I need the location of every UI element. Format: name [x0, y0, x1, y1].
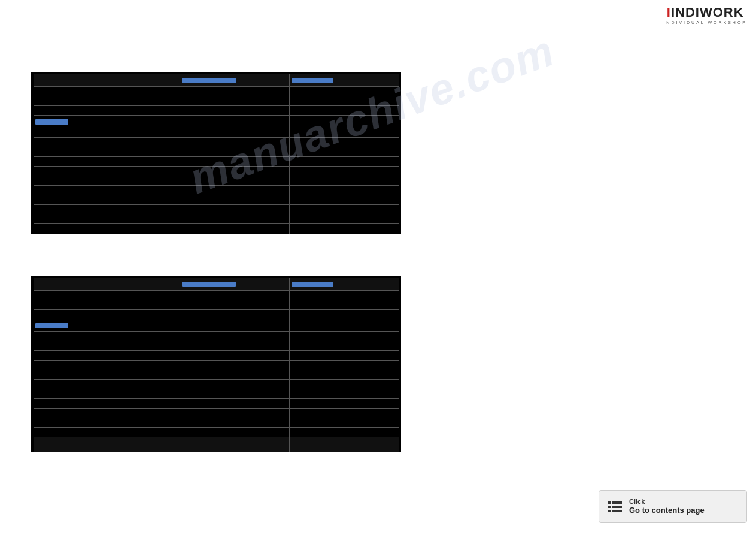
table-cell: [34, 341, 180, 351]
go-to-contents-label: Go to contents page: [629, 506, 705, 516]
table-grid-1: [34, 74, 399, 234]
table-cell: [180, 409, 289, 418]
logo-i: I: [667, 5, 671, 20]
table-cell: [289, 300, 399, 310]
table-cell: [34, 428, 180, 437]
table-panel-1: [31, 72, 401, 234]
table-row: [34, 74, 399, 87]
table-cell: [180, 176, 289, 186]
svg-rect-5: [612, 510, 622, 512]
table-cell: [180, 380, 289, 389]
table-cell: [289, 437, 399, 452]
table-cell: [289, 195, 399, 205]
table-cell: [180, 291, 289, 300]
table-row: [34, 380, 399, 389]
table-cell: [289, 205, 399, 214]
contents-button[interactable]: Click Go to contents page: [599, 490, 747, 523]
table-row: [34, 106, 399, 116]
table-cell: [289, 147, 399, 157]
table-cell: [289, 341, 399, 351]
table-cell: [289, 138, 399, 147]
table-cell: [180, 128, 289, 138]
table-cell: [289, 291, 399, 300]
table-cell: [180, 370, 289, 380]
table-cell: [180, 138, 289, 147]
table-row: [34, 389, 399, 399]
table-row: [34, 195, 399, 205]
table-cell: [289, 167, 399, 176]
table-cell: [180, 214, 289, 224]
table-cell: [289, 224, 399, 234]
table-cell: [34, 278, 180, 291]
blue-bar: [292, 282, 333, 287]
logo-subtitle: INDIVIDUAL WORKSHOP: [663, 20, 747, 25]
table-cell: [34, 310, 180, 319]
table-cell: [180, 332, 289, 341]
table-cell: [289, 74, 399, 87]
table-row: [34, 300, 399, 310]
table-row: [34, 291, 399, 300]
table-cell: [34, 195, 180, 205]
table-cell: [34, 128, 180, 138]
table-cell: [180, 116, 289, 128]
logo: IINDIWORK INDIVIDUAL WORKSHOP: [663, 6, 747, 25]
table-row: [34, 138, 399, 147]
table-cell: [34, 186, 180, 195]
table-cell: [289, 310, 399, 319]
table-cell: [34, 300, 180, 310]
table-cell: [289, 428, 399, 437]
table-cell: [34, 205, 180, 214]
table-cell: [34, 96, 180, 106]
table-panel-2: [31, 276, 401, 452]
table-cell: [180, 300, 289, 310]
table-cell: [34, 332, 180, 341]
table-cell: [180, 310, 289, 319]
svg-rect-0: [608, 501, 611, 504]
table-row: [34, 319, 399, 332]
table-cell: [289, 128, 399, 138]
table-cell: [34, 409, 180, 418]
table-row: [34, 176, 399, 186]
table-cell: [180, 74, 289, 87]
blue-bar: [292, 78, 333, 83]
svg-rect-3: [612, 506, 622, 508]
table-cell: [34, 157, 180, 167]
table-cell: [180, 351, 289, 361]
table-cell: [34, 147, 180, 157]
table-cell: [289, 399, 399, 409]
table-row: [34, 341, 399, 351]
table-row: [34, 214, 399, 224]
list-icon: [606, 498, 623, 515]
table-cell: [289, 116, 399, 128]
table-cell: [34, 351, 180, 361]
table-cell: [289, 319, 399, 332]
table-row: [34, 157, 399, 167]
table-row: [34, 361, 399, 370]
table-cell: [180, 186, 289, 195]
table-row: [34, 399, 399, 409]
table-cell: [289, 87, 399, 96]
table-row: [34, 96, 399, 106]
contents-button-text: Click Go to contents page: [629, 497, 705, 516]
table-row: [34, 370, 399, 380]
table-cell: [289, 106, 399, 116]
blue-bar: [182, 282, 236, 287]
table-row: [34, 147, 399, 157]
table-cell: [289, 389, 399, 399]
table-cell: [34, 176, 180, 186]
table-cell: [289, 96, 399, 106]
table-cell: [34, 418, 180, 428]
table-cell: [34, 106, 180, 116]
table-cell: [289, 409, 399, 418]
table-row: [34, 351, 399, 361]
table-cell: [180, 389, 289, 399]
table-row: [34, 409, 399, 418]
table-cell: [180, 167, 289, 176]
table-cell: [180, 418, 289, 428]
table-cell: [180, 157, 289, 167]
table-cell: [34, 291, 180, 300]
table-cell: [289, 361, 399, 370]
table-row: [34, 418, 399, 428]
svg-rect-2: [608, 506, 611, 508]
table-cell: [180, 106, 289, 116]
